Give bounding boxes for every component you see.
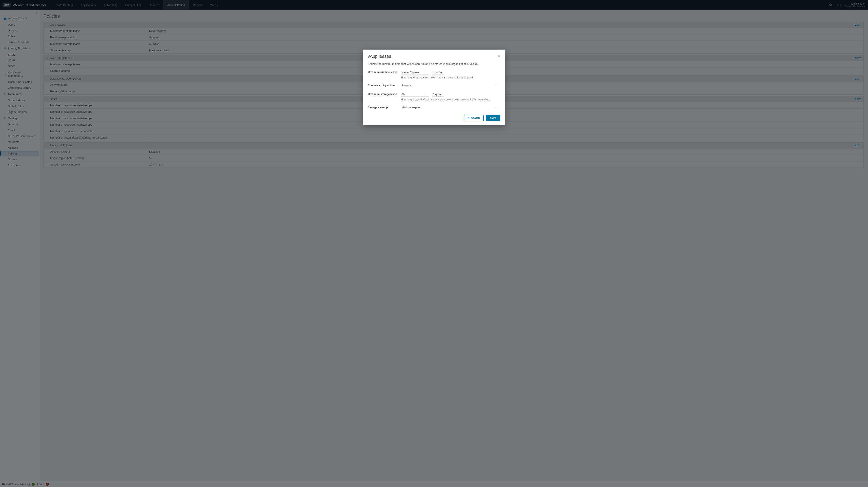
chevron-down-icon: ⌄ <box>424 93 425 95</box>
runtime-hint: How long vApps can run before they are a… <box>401 76 500 79</box>
chevron-down-icon: ⌄ <box>442 71 443 74</box>
chevron-down-icon: ⌄ <box>495 84 497 87</box>
chevron-down-icon: ⌄ <box>424 71 425 74</box>
vapp-leases-dialog: vApp leases ✕ Specify the maximum time t… <box>363 50 505 125</box>
modal-overlay: vApp leases ✕ Specify the maximum time t… <box>0 0 868 487</box>
storage-unit-select[interactable]: Day(s)⌄ <box>432 92 444 97</box>
storage-lease-label: Maximum storage lease <box>368 92 401 96</box>
expiry-action-select[interactable]: Suspend⌄ <box>401 83 500 88</box>
save-button[interactable]: SAVE <box>486 115 500 121</box>
chevron-down-icon: ⌄ <box>441 93 442 95</box>
storage-cleanup-label: Storage cleanup <box>368 105 401 109</box>
expiry-action-label: Runtime expiry action <box>368 83 401 87</box>
storage-lease-select[interactable]: 30⌄ <box>401 92 429 97</box>
chevron-down-icon: ⌄ <box>495 106 497 109</box>
storage-cleanup-select[interactable]: Mark as expired⌄ <box>401 105 500 110</box>
storage-hint: How long stopped vApps are available bef… <box>401 98 500 101</box>
runtime-unit-select[interactable]: Hour(s)⌄ <box>432 70 444 75</box>
discard-button[interactable]: DISCARD <box>464 115 484 121</box>
runtime-lease-label: Maximum runtime lease <box>368 70 401 74</box>
dialog-description: Specify the maximum time that vApps can … <box>368 62 500 65</box>
dialog-title: vApp leases <box>368 54 391 59</box>
runtime-lease-select[interactable]: Never Expires⌄ <box>401 70 429 75</box>
close-icon[interactable]: ✕ <box>498 54 500 58</box>
